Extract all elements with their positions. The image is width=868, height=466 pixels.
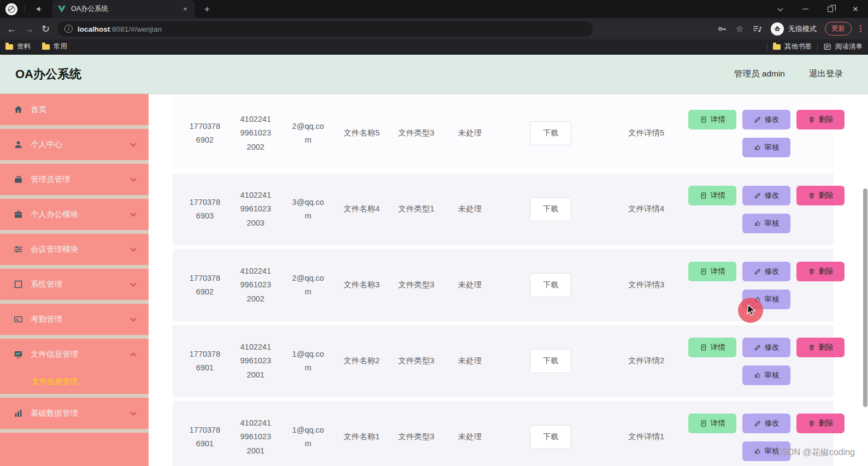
detail-button-label: 详情 [711,191,725,200]
browser-globe-icon[interactable] [5,3,17,15]
browser-tab[interactable]: OA办公系统 × [52,0,195,18]
bookmark-folder[interactable]: 资料 [5,42,31,51]
tab-search-icon[interactable] [767,0,793,18]
sidebar-item-home[interactable]: 首页 [0,94,149,125]
app-title: OA办公系统 [15,66,81,82]
file-type-cell: 文件类型3 [389,354,444,368]
actions-cell: 详情 修改 删除 审核 [687,337,846,385]
bookmark-star-icon[interactable]: ☆ [736,23,743,34]
edit-button[interactable]: 修改 [742,186,790,205]
sidebar-item-meeting-management[interactable]: 会议管理模块 [0,234,149,265]
email-cell: 1@qq.com [282,423,334,451]
sidebar-item-basic-data-management[interactable]: 基础数据管理 [0,398,149,429]
incognito-icon [771,22,784,36]
detail-button-label: 详情 [711,343,725,352]
phone-cell: 17703786902 [180,272,229,299]
actions-cell: 详情 修改 删除 审核 [687,261,846,309]
divider [0,230,149,234]
page-scrollbar[interactable] [863,188,867,407]
bookmark-folder[interactable]: 常用 [42,42,67,51]
sidebar-item-label: 考勤管理 [31,314,62,325]
phone-cell: 17703786902 [180,120,229,148]
back-icon[interactable]: ← [7,24,16,34]
sidebar-item-label: 首页 [31,104,46,115]
delete-button[interactable]: 删除 [796,262,845,281]
chevron-down-icon [130,245,136,251]
window-close-button[interactable]: × [843,0,868,18]
download-cell: 下载 [496,197,605,221]
logout-link[interactable]: 退出登录 [809,68,843,80]
monitor-chart-icon [13,349,23,359]
reading-list-panel-icon[interactable] [752,23,763,34]
update-button[interactable]: 更新 [825,22,852,36]
download-button[interactable]: 下载 [530,197,571,221]
table-row: 17703786901 410224199610232001 1@qq.com … [173,401,834,466]
sidebar-item-attendance-management[interactable]: 考勤管理 [0,304,149,335]
trash-icon [808,420,816,427]
detail-button[interactable]: 详情 [688,110,736,129]
audit-button-label: 审核 [765,370,780,380]
detail-button[interactable]: 详情 [688,338,736,357]
email-cell: 1@qq.com [282,347,334,375]
pen-icon [754,192,761,199]
audit-button[interactable]: 审核 [742,365,790,385]
user-icon [13,139,23,150]
trash-icon [808,116,816,123]
sidebar-item-label: 会议管理模块 [31,244,78,255]
table-row: 17703786903 410224199610232003 3@qq.com … [173,173,834,245]
sidebar-item-personal-center[interactable]: 个人中心 [0,129,149,160]
other-bookmarks-button[interactable]: 其他书签 [773,42,812,51]
download-button[interactable]: 下载 [530,349,571,373]
audit-button[interactable]: 审核 [742,138,790,157]
edit-button-label: 修改 [765,343,780,352]
sidebar-item-file-info-management[interactable]: 文件信息管理 [0,339,149,370]
thumbs-up-icon [754,371,761,379]
detail-button[interactable]: 详情 [688,414,736,433]
file-name-cell: 文件名称3 [334,278,389,292]
password-key-icon[interactable] [717,23,728,34]
thumbs-up-icon [754,220,761,227]
edit-button[interactable]: 修改 [742,110,790,129]
pen-icon [754,116,761,123]
reload-icon[interactable]: ↻ [42,24,50,34]
file-type-cell: 文件类型3 [389,126,444,140]
delete-button[interactable]: 删除 [796,414,845,433]
table-row: 17703786902 410224199610232002 2@qq.com … [173,97,834,169]
tab-close-icon[interactable]: × [181,5,190,14]
edit-button-label: 修改 [765,191,780,200]
address-bar[interactable]: i localhost:8081/#/wenjian [57,21,593,37]
reading-list-button[interactable]: 阅读清单 [823,42,863,51]
site-info-icon[interactable]: i [64,25,73,33]
delete-button[interactable]: 删除 [796,338,845,357]
sidebar-item-system-management[interactable]: 系统管理 [0,269,149,300]
window-minimize-button[interactable] [793,0,818,18]
sidebar-subitem-file-info-management[interactable]: 文件信息管理 [0,370,149,394]
file-type-cell: 文件类型1 [389,202,444,216]
sidebar-item-admin-management[interactable]: 管理员管理 [0,164,149,195]
edit-button[interactable]: 修改 [742,262,790,281]
detail-button-label: 详情 [711,418,725,428]
download-button[interactable]: 下载 [530,425,571,449]
document-icon [700,116,707,123]
forward-icon[interactable]: → [24,24,34,34]
delete-button[interactable]: 删除 [796,110,845,129]
edit-button[interactable]: 修改 [742,338,790,357]
sidebar-item-personal-office[interactable]: 个人办公模块 [0,199,149,230]
audit-button-label: 审核 [765,143,780,152]
email-cell: 2@qq.com [282,272,334,299]
new-tab-button[interactable]: + [199,2,215,17]
detail-button[interactable]: 详情 [688,186,736,205]
download-button[interactable]: 下载 [530,121,571,145]
edit-button[interactable]: 修改 [742,414,790,433]
browser-menu-icon[interactable] [860,25,861,32]
window-restore-button[interactable] [818,0,843,18]
table-row: 17703786902 410224199610232002 2@qq.com … [173,249,834,321]
detail-button[interactable]: 详情 [688,262,736,281]
download-button[interactable]: 下载 [530,273,571,297]
status-cell: 未处理 [444,202,496,216]
speaker-icon[interactable] [30,0,49,18]
delete-button[interactable]: 删除 [796,186,845,205]
sidebar-item-label: 管理员管理 [31,174,70,185]
file-name-cell: 文件名称2 [334,354,389,368]
audit-button[interactable]: 审核 [742,214,790,233]
